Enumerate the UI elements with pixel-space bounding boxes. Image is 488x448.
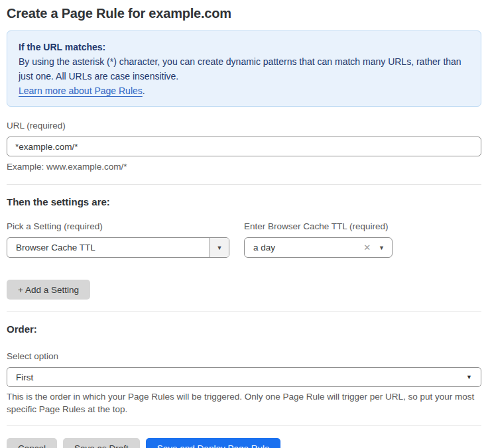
setting-picker-select[interactable]: Browser Cache TTL ▼: [7, 237, 229, 258]
setting-picker-value: Browser Cache TTL: [7, 238, 210, 257]
chevron-down-icon[interactable]: ▼: [379, 245, 385, 251]
order-select[interactable]: First ▼: [7, 367, 481, 387]
chevron-down-icon: ▼: [466, 374, 472, 380]
ttl-picker-value: a day: [253, 243, 363, 252]
ttl-picker-select[interactable]: a day ✕ ▼: [244, 237, 393, 258]
order-section-heading: Order:: [7, 323, 481, 335]
divider: [7, 311, 481, 312]
url-match-info-box: If the URL matches: By using the asteris…: [7, 30, 481, 107]
create-page-rule-form: Create a Page Rule for example.com If th…: [0, 0, 488, 448]
info-box-heading: If the URL matches:: [19, 40, 469, 54]
ttl-picker-label: Enter Browser Cache TTL (required): [244, 221, 393, 232]
info-box-body: By using the asterisk (*) character, you…: [19, 54, 469, 98]
save-as-draft-button[interactable]: Save as Draft: [63, 438, 140, 448]
divider: [7, 184, 481, 185]
url-input[interactable]: [7, 137, 481, 156]
learn-more-link[interactable]: Learn more about Page Rules: [19, 85, 143, 96]
order-select-label: Select option: [7, 351, 481, 362]
url-field-label: URL (required): [7, 121, 481, 131]
settings-row: Pick a Setting (required) Browser Cache …: [7, 221, 481, 258]
page-title: Create a Page Rule for example.com: [7, 5, 481, 22]
setting-picker-field: Pick a Setting (required) Browser Cache …: [7, 221, 229, 258]
add-setting-button[interactable]: + Add a Setting: [7, 280, 90, 300]
cancel-button[interactable]: Cancel: [7, 438, 57, 448]
url-example-helper: Example: www.example.com/*: [7, 161, 481, 172]
link-period: .: [143, 85, 145, 96]
clear-icon[interactable]: ✕: [363, 243, 371, 252]
save-and-deploy-button[interactable]: Save and Deploy Page Rule: [146, 438, 281, 448]
setting-picker-label: Pick a Setting (required): [7, 221, 229, 232]
footer-actions: Cancel Save as Draft Save and Deploy Pag…: [7, 438, 481, 448]
setting-picker-caret-box[interactable]: ▼: [210, 238, 229, 257]
ttl-picker-field: Enter Browser Cache TTL (required) a day…: [244, 221, 393, 258]
chevron-down-icon: ▼: [217, 245, 223, 251]
info-box-text: By using the asterisk (*) character, you…: [19, 56, 461, 82]
settings-section-heading: Then the settings are:: [7, 196, 481, 208]
order-select-value: First: [16, 372, 466, 382]
order-helper-text: This is the order in which your Page Rul…: [7, 390, 481, 416]
divider: [7, 425, 481, 426]
